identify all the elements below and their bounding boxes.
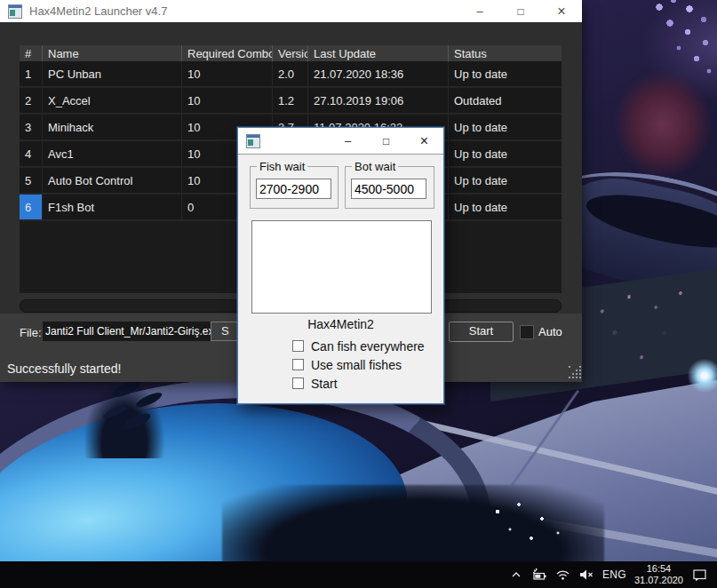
start-checkbox[interactable]: Start (292, 374, 425, 393)
table-row[interactable]: 2 X_Accel 10 1.2 27.10.2019 19:06 Outdat… (20, 88, 562, 115)
file-label: File: (20, 326, 42, 339)
row-name-cell[interactable]: Avc1 (43, 141, 182, 166)
auto-checkbox[interactable] (520, 325, 534, 339)
row-updated-cell[interactable]: 21.07.2020 18:36 (308, 61, 449, 86)
row-num-cell[interactable]: 2 (20, 88, 43, 113)
row-status-cell[interactable]: Up to date (449, 141, 562, 166)
dialog-app-label: Hax4Metin2 (238, 317, 443, 331)
dialog-window-controls: – □ × (329, 128, 443, 154)
hidden-icons-chevron-icon[interactable] (509, 568, 523, 582)
row-num-cell[interactable]: 1 (20, 61, 43, 86)
dialog-checkboxes: Can fish everywhere Use small fishes Sta… (292, 337, 425, 393)
system-tray: ENG 16:54 31.07.2020 (509, 563, 717, 586)
header-version[interactable]: Version (273, 45, 308, 61)
taskbar: ENG 16:54 31.07.2020 (0, 561, 717, 588)
row-name-cell[interactable]: PC Unban (43, 61, 182, 86)
bot-wait-groupbox: Bot wait (345, 166, 434, 209)
app-icon (8, 4, 22, 19)
status-message: Successfully started! (7, 362, 121, 376)
row-num-cell[interactable]: 5 (20, 168, 43, 193)
row-num-cell[interactable]: 4 (20, 141, 43, 166)
use-small-fishes-checkbox[interactable]: Use small fishes (292, 355, 425, 374)
row-name-cell[interactable]: X_Accel (43, 88, 182, 113)
close-button[interactable]: × (541, 0, 582, 22)
row-updated-cell[interactable]: 27.10.2019 19:06 (308, 88, 449, 113)
wifi-icon[interactable] (555, 568, 570, 582)
row-name-cell[interactable]: Minihack (43, 115, 182, 139)
row-status-cell[interactable]: Up to date (449, 61, 562, 86)
dialog-body: Fish wait Bot wait Hax4Metin2 Can fish e… (238, 154, 443, 403)
row-num-cell-selected[interactable]: 6 (20, 195, 43, 219)
row-name-cell[interactable]: F1sh Bot (43, 195, 182, 219)
can-fish-everywhere-checkbox[interactable]: Can fish everywhere (292, 337, 425, 355)
fish-wait-input[interactable] (256, 179, 331, 199)
bot-wait-input[interactable] (351, 179, 426, 199)
table-header: # Name Required Combo Version Last Updat… (20, 45, 562, 61)
clock-time: 16:54 (634, 563, 683, 575)
white-flowers (480, 496, 579, 560)
fish-wait-groupbox: Fish wait (250, 166, 339, 209)
battery-charging-icon[interactable] (531, 568, 547, 582)
checkbox-label: Use small fishes (311, 358, 402, 372)
checkbox-label: Can fish everywhere (311, 339, 425, 354)
file-path-field[interactable]: Janti2 Full Client_Mr/Janti2-Giriş.exe (43, 322, 211, 341)
fish-wait-label: Fish wait (257, 160, 307, 173)
action-center-icon[interactable] (691, 568, 708, 583)
clock-date: 31.07.2020 (634, 575, 683, 586)
table-row[interactable]: 1 PC Unban 10 2.0 21.07.2020 18:36 Up to… (20, 61, 562, 88)
dialog-close-button[interactable]: × (405, 128, 443, 154)
window-title: Hax4Metin2 Launcher v4.7 (29, 4, 167, 18)
fishbot-dialog: – □ × Fish wait Bot wait Hax4Metin2 Can … (237, 127, 444, 404)
maximize-button[interactable]: □ (500, 0, 541, 22)
header-status[interactable]: Status (449, 45, 562, 61)
row-status-cell[interactable]: Up to date (449, 115, 562, 139)
glow-lamp (688, 359, 717, 393)
plant-silhouette (84, 380, 164, 458)
row-name-cell[interactable]: Auto Bot Control (43, 168, 182, 193)
dialog-titlebar[interactable]: – □ × (238, 128, 443, 154)
launcher-titlebar[interactable]: Hax4Metin2 Launcher v4.7 – □ × (0, 0, 582, 22)
header-name[interactable]: Name (43, 45, 182, 61)
bot-wait-label: Bot wait (352, 160, 398, 173)
minimize-button[interactable]: – (459, 0, 500, 22)
row-status-cell[interactable]: Up to date (449, 168, 562, 193)
resize-grip[interactable] (569, 366, 570, 368)
header-last-update[interactable]: Last Update (308, 45, 449, 61)
checkbox-box (292, 377, 304, 389)
row-status-cell[interactable]: Outdated (449, 88, 562, 113)
log-listbox[interactable] (251, 220, 432, 314)
taskbar-clock[interactable]: 16:54 31.07.2020 (634, 563, 683, 586)
row-combo-cell[interactable]: 10 (182, 88, 273, 113)
dialog-maximize-button[interactable]: □ (367, 128, 405, 154)
window-controls: – □ × (459, 0, 582, 22)
volume-muted-icon[interactable] (578, 568, 594, 582)
header-num[interactable]: # (20, 45, 43, 61)
row-num-cell[interactable]: 3 (20, 115, 43, 139)
language-indicator[interactable]: ENG (602, 568, 626, 581)
header-required-combo[interactable]: Required Combo (182, 45, 273, 61)
row-combo-cell[interactable]: 10 (182, 61, 273, 86)
checkbox-box (292, 359, 304, 370)
dialog-app-icon (246, 134, 260, 148)
row-version-cell[interactable]: 1.2 (273, 88, 308, 113)
red-foliage (611, 68, 714, 181)
auto-checkbox-label: Auto (538, 325, 562, 338)
checkbox-label: Start (311, 377, 338, 391)
start-button[interactable]: Start (449, 322, 514, 342)
row-version-cell[interactable]: 2.0 (273, 61, 308, 86)
checkbox-box (292, 340, 304, 352)
row-status-cell[interactable]: Up to date (449, 195, 562, 219)
dialog-minimize-button[interactable]: – (329, 128, 367, 154)
